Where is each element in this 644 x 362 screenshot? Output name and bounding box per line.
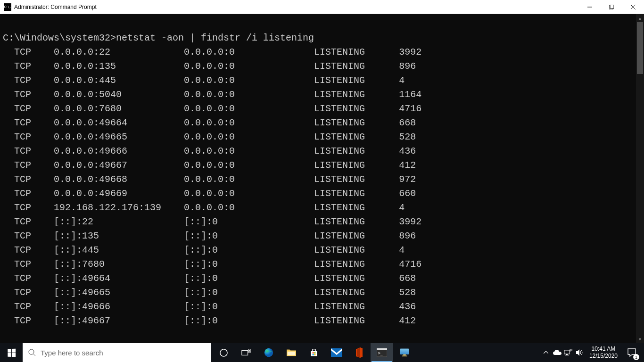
svg-rect-17 xyxy=(331,348,342,357)
taskview-icon xyxy=(241,349,251,356)
start-button[interactable] xyxy=(0,343,23,362)
tray-onedrive[interactable] xyxy=(552,343,563,362)
window-title: Administrator: Command Prompt xyxy=(14,4,579,10)
monitor-icon xyxy=(399,348,410,357)
cmd-icon: >_ xyxy=(377,348,387,357)
taskbar-search[interactable]: Type here to search xyxy=(23,343,211,362)
svg-point-7 xyxy=(220,349,227,356)
svg-rect-10 xyxy=(248,351,250,353)
office-icon xyxy=(355,347,363,358)
scroll-up-button[interactable]: ▲ xyxy=(636,14,644,22)
taskbar-clock[interactable]: 10:41 AM 12/15/2020 xyxy=(586,343,621,362)
taskbar-explorer[interactable] xyxy=(280,343,303,362)
tray-network[interactable] xyxy=(563,343,574,362)
taskbar-cortana[interactable] xyxy=(212,343,235,362)
svg-point-5 xyxy=(29,349,34,354)
tray-expand-button[interactable] xyxy=(540,343,552,362)
search-icon xyxy=(28,349,36,356)
taskbar-office[interactable] xyxy=(348,343,371,362)
chevron-up-icon xyxy=(544,351,548,354)
network-icon xyxy=(564,349,572,356)
svg-rect-13 xyxy=(313,352,314,354)
svg-rect-24 xyxy=(564,350,570,354)
svg-rect-26 xyxy=(565,355,569,355)
maximize-button[interactable] xyxy=(601,0,622,14)
taskbar-mail[interactable] xyxy=(325,343,348,362)
taskbar-cmd[interactable]: >_ xyxy=(371,343,393,362)
window-titlebar: C:\. Administrator: Command Prompt xyxy=(0,0,644,14)
scroll-thumb[interactable] xyxy=(637,22,643,74)
action-center-button[interactable]: 1 xyxy=(621,343,642,362)
taskbar-taskview[interactable] xyxy=(235,343,257,362)
svg-rect-12 xyxy=(288,352,295,355)
system-tray: 10:41 AM 12/15/2020 1 xyxy=(540,343,644,362)
minimize-button[interactable] xyxy=(579,0,601,14)
taskbar-apps: >_ xyxy=(212,343,416,362)
speaker-icon xyxy=(576,349,584,356)
svg-line-6 xyxy=(33,354,35,356)
svg-rect-9 xyxy=(248,349,250,351)
clock-time: 10:41 AM xyxy=(589,346,618,353)
taskbar-edge[interactable] xyxy=(257,343,280,362)
svg-rect-8 xyxy=(242,350,248,355)
svg-rect-16 xyxy=(314,354,315,355)
windows-logo-icon xyxy=(8,348,16,357)
svg-rect-14 xyxy=(314,352,315,354)
taskbar-store[interactable] xyxy=(303,343,325,362)
folder-icon xyxy=(286,348,297,357)
cortana-icon xyxy=(219,348,228,357)
svg-rect-27 xyxy=(570,349,572,351)
svg-rect-2 xyxy=(610,5,614,8)
svg-rect-23 xyxy=(402,355,407,356)
svg-rect-15 xyxy=(313,354,314,355)
edge-icon xyxy=(264,347,274,358)
terminal-output[interactable]: C:\Windows\system32>netstat -aon | finds… xyxy=(0,14,644,343)
svg-rect-25 xyxy=(566,354,568,355)
terminal-area[interactable]: C:\Windows\system32>netstat -aon | finds… xyxy=(0,14,644,343)
clock-date: 12/15/2020 xyxy=(589,353,618,360)
notification-badge: 1 xyxy=(633,354,639,360)
search-placeholder: Type here to search xyxy=(41,349,103,357)
store-icon xyxy=(309,348,319,357)
cmd-app-icon: C:\. xyxy=(4,3,11,11)
window-controls xyxy=(579,0,644,14)
svg-rect-22 xyxy=(403,354,405,356)
svg-text:>_: >_ xyxy=(378,351,383,355)
tray-volume[interactable] xyxy=(574,343,586,362)
close-button[interactable] xyxy=(622,0,644,14)
svg-rect-19 xyxy=(377,348,387,350)
scroll-down-button[interactable]: ▼ xyxy=(636,335,644,343)
scrollbar[interactable]: ▲ ▼ xyxy=(636,14,644,343)
cloud-icon xyxy=(553,350,561,355)
svg-rect-21 xyxy=(400,349,409,354)
taskbar: Type here to search >_ xyxy=(0,343,644,362)
taskbar-app[interactable] xyxy=(393,343,416,362)
mail-icon xyxy=(331,348,342,357)
